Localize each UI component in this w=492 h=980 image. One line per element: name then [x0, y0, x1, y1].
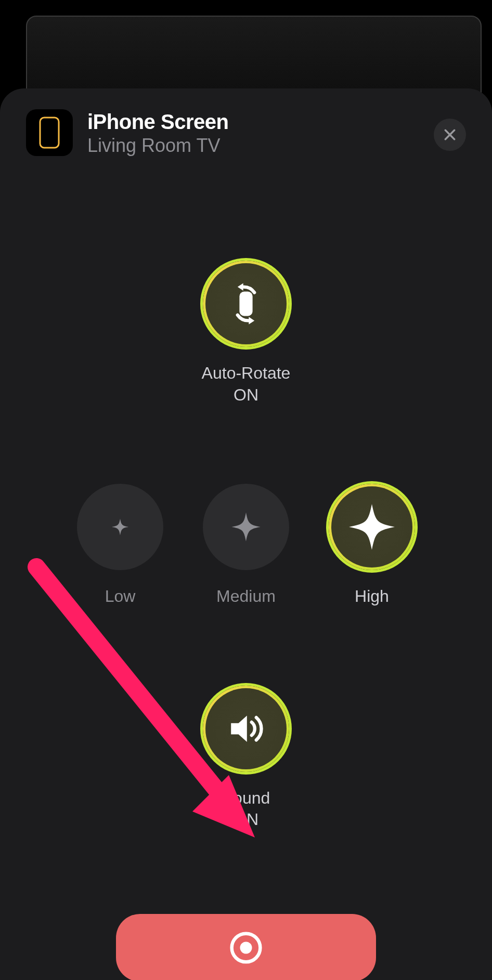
quality-medium-control: Medium	[203, 484, 289, 608]
close-button[interactable]	[434, 119, 466, 151]
quality-high-control: High	[329, 484, 415, 608]
quality-high-button[interactable]	[329, 484, 415, 570]
record-section: Start mirroring	[26, 914, 466, 980]
auto-rotate-control: Auto-Rotate ON	[202, 261, 291, 406]
quality-medium-label: Medium	[216, 586, 276, 608]
start-mirroring-button[interactable]	[116, 914, 376, 980]
sparkle-icon	[346, 501, 398, 553]
quality-low-button[interactable]	[77, 484, 163, 570]
auto-rotate-label-group: Auto-Rotate ON	[202, 363, 291, 406]
sheet-title: iPhone Screen	[87, 110, 228, 134]
quality-high-label-group: High	[355, 586, 389, 608]
svg-rect-1	[239, 292, 252, 316]
record-icon	[227, 929, 265, 966]
quality-medium-label-group: Medium	[216, 586, 276, 608]
controls-area: Auto-Rotate ON Low	[26, 261, 466, 831]
auto-rotate-label: Auto-Rotate	[202, 363, 291, 384]
close-icon	[443, 128, 457, 141]
quality-low-control: Low	[77, 484, 163, 608]
sparkle-icon	[229, 510, 263, 544]
auto-rotate-state: ON	[202, 384, 291, 406]
quality-low-label-group: Low	[105, 586, 136, 608]
sound-label: Sound	[222, 788, 270, 809]
svg-marker-3	[249, 317, 254, 324]
mirroring-sheet: iPhone Screen Living Room TV	[0, 88, 492, 980]
auto-rotate-toggle[interactable]	[203, 261, 289, 347]
svg-point-5	[240, 942, 252, 953]
sound-row: Sound ON	[26, 686, 466, 831]
header-titles: iPhone Screen Living Room TV	[87, 109, 228, 157]
svg-marker-2	[238, 283, 243, 290]
sparkle-icon	[110, 517, 131, 537]
iphone-screen-icon	[26, 109, 73, 156]
auto-rotate-icon	[223, 280, 269, 327]
quality-medium-button[interactable]	[203, 484, 289, 570]
quality-low-label: Low	[105, 586, 136, 608]
sheet-subtitle: Living Room TV	[87, 135, 228, 157]
sound-label-group: Sound ON	[222, 788, 270, 831]
quality-row: Low Medium	[26, 484, 466, 608]
sound-control: Sound ON	[203, 686, 289, 831]
sound-toggle[interactable]	[203, 686, 289, 772]
sound-state: ON	[222, 809, 270, 831]
sheet-header: iPhone Screen Living Room TV	[26, 109, 466, 157]
quality-high-label: High	[355, 586, 389, 608]
svg-rect-0	[40, 118, 59, 148]
speaker-icon	[223, 705, 269, 752]
auto-rotate-row: Auto-Rotate ON	[26, 261, 466, 406]
